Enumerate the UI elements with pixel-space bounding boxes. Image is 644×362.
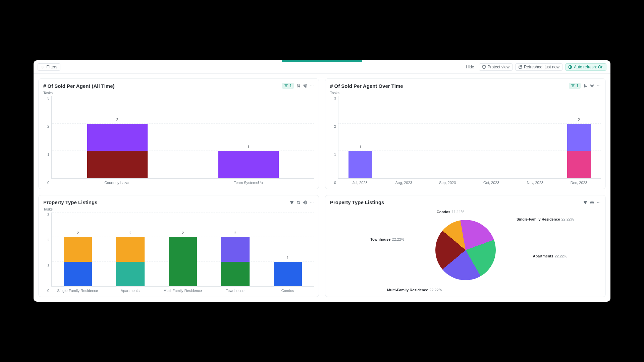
dashboard-grid: # Of Sold Per Agent (All Time) 1 Tasks 3… (34, 74, 610, 302)
svg-point-11 (312, 202, 312, 203)
more-button[interactable] (597, 84, 601, 88)
plot-area[interactable]: 12 (338, 96, 601, 179)
svg-point-14 (597, 202, 598, 203)
pie-label-sfr: Single-Family Residence22.22% (517, 217, 574, 221)
svg-point-10 (311, 202, 311, 203)
sort-button[interactable] (583, 84, 587, 88)
bar-chart: 3210 22221 Single-Family ResidenceApartm… (43, 213, 314, 293)
filter-icon (284, 84, 288, 88)
shield-icon (482, 65, 486, 69)
sort-icon (583, 84, 587, 88)
dashboard-window: Filters Hide Protect view Refreshed: jus… (34, 60, 610, 302)
auto-refresh-button[interactable]: Auto refresh: On (565, 63, 606, 71)
filter-icon (571, 84, 575, 88)
filter-count-pill[interactable]: 1 (569, 83, 581, 89)
sort-icon (297, 200, 301, 204)
card-property-type-bar: Property Type Listings Tasks 3210 22221 … (38, 195, 319, 297)
hide-button[interactable]: Hide (464, 64, 476, 70)
filter-count-pill[interactable]: 1 (282, 83, 294, 89)
dots-icon (310, 200, 314, 204)
active-tab-indicator (282, 60, 362, 62)
x-axis: Jul, 2023Aug, 2023Sep, 2023Oct, 2023Nov,… (338, 179, 601, 185)
more-button[interactable] (597, 200, 601, 204)
gear-icon (303, 200, 307, 204)
sort-button[interactable] (297, 200, 301, 204)
svg-point-9 (305, 202, 306, 203)
settings-button[interactable] (303, 84, 307, 88)
pie-chart[interactable]: Condos11.11% Single-Family Residence22.2… (330, 207, 601, 293)
settings-button[interactable] (590, 84, 594, 88)
svg-point-4 (313, 85, 314, 86)
filter-button[interactable] (290, 200, 294, 204)
card-title: Property Type Listings (330, 199, 384, 205)
gear-icon (590, 84, 594, 88)
dots-icon (310, 84, 314, 88)
auto-refresh-label: Auto refresh: On (574, 65, 603, 69)
toolbar: Filters Hide Protect view Refreshed: jus… (34, 60, 610, 74)
svg-point-2 (311, 85, 311, 86)
bar-chart: 3210 12 Jul, 2023Aug, 2023Sep, 2023Oct, … (330, 96, 601, 185)
filter-icon (290, 200, 294, 204)
plot-area[interactable]: 21 (51, 96, 314, 179)
x-axis: Courtney LazarTeam SystemsUp (51, 179, 314, 185)
card-title: # Of Sold Per Agent (All Time) (43, 83, 115, 89)
sort-button[interactable] (297, 84, 301, 88)
dots-icon (597, 84, 601, 88)
card-sold-per-agent-over-time: # Of Sold Per Agent Over Time 1 Tasks 32… (325, 78, 606, 189)
protect-view-button[interactable]: Protect view (479, 63, 513, 71)
svg-point-16 (600, 202, 600, 203)
filters-button[interactable]: Filters (38, 63, 60, 71)
card-title: # Of Sold Per Agent Over Time (330, 83, 403, 89)
protect-view-label: Protect view (488, 65, 509, 69)
pie-label-apt: Apartments22.22% (533, 254, 567, 258)
filter-icon (41, 65, 45, 69)
filter-count: 1 (289, 83, 292, 88)
y-axis: 3210 (43, 96, 51, 185)
filter-count: 1 (576, 83, 579, 88)
plot-area[interactable]: 22221 (51, 213, 314, 287)
filter-icon (583, 200, 587, 204)
svg-point-12 (313, 202, 314, 203)
filter-button[interactable] (583, 200, 587, 204)
svg-point-13 (591, 202, 593, 203)
pie-label-town: Townhouse22.22% (370, 237, 405, 241)
svg-point-5 (591, 85, 593, 86)
sort-icon (297, 84, 301, 88)
gear-icon (303, 84, 307, 88)
y-axis-title: Tasks (43, 91, 314, 95)
svg-point-3 (312, 85, 312, 86)
y-axis-title: Tasks (43, 207, 314, 211)
dots-icon (597, 200, 601, 204)
gear-icon (590, 200, 594, 204)
svg-point-1 (305, 85, 306, 86)
pie-label-mfr: Multi-Family Residence22.22% (387, 288, 442, 292)
svg-point-6 (597, 85, 598, 86)
more-button[interactable] (310, 84, 314, 88)
refresh-icon (518, 65, 522, 69)
card-title: Property Type Listings (43, 199, 97, 205)
settings-button[interactable] (303, 200, 307, 204)
pie[interactable] (435, 220, 496, 280)
y-axis-title: Tasks (330, 91, 601, 95)
clock-icon (568, 65, 572, 69)
card-sold-per-agent-alltime: # Of Sold Per Agent (All Time) 1 Tasks 3… (38, 78, 319, 189)
filters-label: Filters (46, 65, 57, 69)
y-axis: 3210 (43, 213, 51, 293)
svg-point-15 (598, 202, 599, 203)
more-button[interactable] (310, 200, 314, 204)
settings-button[interactable] (590, 200, 594, 204)
refreshed-button[interactable]: Refreshed: just now (515, 63, 562, 71)
svg-point-8 (600, 85, 600, 86)
card-property-type-pie: Property Type Listings Condos11.11% Sing… (325, 195, 606, 297)
pie-label-condos: Condos11.11% (397, 210, 464, 214)
y-axis: 3210 (330, 96, 338, 185)
bar-chart: 3210 21 Courtney LazarTeam SystemsUp (43, 96, 314, 185)
svg-point-7 (598, 85, 599, 86)
x-axis: Single-Family ResidenceApartmentsMulti-F… (51, 287, 314, 293)
refreshed-label: Refreshed: just now (524, 65, 559, 69)
